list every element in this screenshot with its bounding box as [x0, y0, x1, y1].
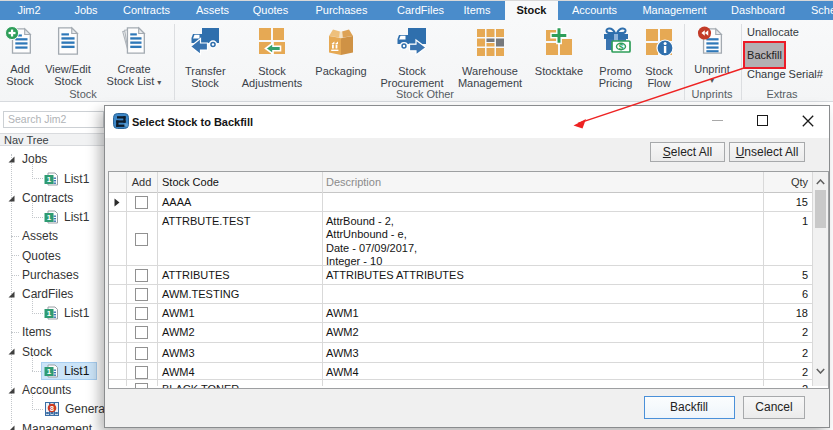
svg-text:8: 8 [50, 405, 54, 412]
svg-text:1: 1 [47, 175, 52, 184]
svg-text:$: $ [618, 42, 623, 52]
svg-text:1: 1 [47, 310, 52, 319]
svg-text:1: 1 [47, 367, 52, 376]
svg-text:1: 1 [47, 214, 52, 223]
